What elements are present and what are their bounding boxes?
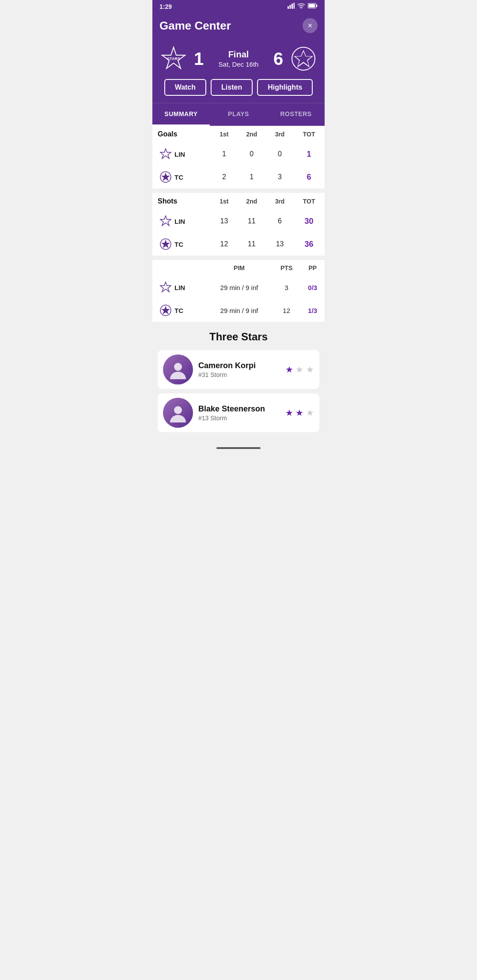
player-avatar-1 <box>163 354 193 384</box>
goals-lin-3rd: 0 <box>266 143 293 166</box>
pim-table: PIM PTS PP LIN 29 min / 9 inf <box>152 260 325 322</box>
goals-col-tot: TOT <box>293 126 325 143</box>
shots-section: Shots 1st 2nd 3rd TOT LIN <box>152 193 325 256</box>
bottom-nav <box>152 442 325 458</box>
star-1: ★ <box>285 408 293 418</box>
pts-tc-value: 12 <box>273 299 301 322</box>
svg-rect-3 <box>294 3 295 9</box>
wifi-icon <box>297 3 305 10</box>
goals-tc-1st: 2 <box>211 166 237 188</box>
goals-section: Goals 1st 2nd 3rd TOT LIN <box>152 126 325 188</box>
away-team-score: 6 <box>267 49 289 69</box>
status-icons <box>288 3 318 10</box>
player-info-2: Blake Steenerson #13 Storm <box>198 404 280 422</box>
status-bar: 1:29 <box>152 0 325 13</box>
pim-header: PIM <box>206 260 272 276</box>
svg-marker-18 <box>161 240 170 248</box>
shots-col-tot: TOT <box>293 193 325 210</box>
goals-lin-team: LIN <box>152 143 211 166</box>
goals-lin-2nd: 0 <box>237 143 266 166</box>
shots-col-2nd: 2nd <box>237 193 266 210</box>
pim-team-col <box>152 260 206 276</box>
shots-tc-2nd: 11 <box>237 233 266 256</box>
pim-section: PIM PTS PP LIN 29 min / 9 inf <box>152 260 325 322</box>
shots-lin-2nd: 11 <box>237 210 266 233</box>
player-details-2: #13 Storm <box>198 415 280 422</box>
shots-col-3rd: 3rd <box>266 193 293 210</box>
battery-icon <box>308 3 318 10</box>
svg-marker-13 <box>160 149 171 158</box>
goals-col-2nd: 2nd <box>237 126 266 143</box>
pim-tc-team: TC <box>152 299 206 322</box>
star-rating-2: ★ ★ ★ <box>285 407 314 418</box>
pp-header: PP <box>301 260 325 276</box>
goals-header: Goals <box>152 126 211 143</box>
goals-lin-tot: 1 <box>293 143 325 166</box>
goals-col-3rd: 3rd <box>266 126 293 143</box>
game-info: Final Sat, Dec 16th <box>210 49 267 68</box>
score-row: STARS 1 Final Sat, Dec 16th 6 <box>159 45 318 73</box>
star-2: ★ <box>295 408 303 418</box>
shots-header: Shots <box>152 193 211 210</box>
home-team-score: 1 <box>188 49 210 69</box>
shots-lin-3rd: 6 <box>266 210 293 233</box>
away-team-logo <box>289 45 318 73</box>
svg-marker-16 <box>160 216 171 226</box>
table-row: TC 2 1 3 6 <box>152 166 325 188</box>
status-time: 1:29 <box>159 3 172 10</box>
listen-button[interactable]: Listen <box>211 79 253 96</box>
player-info-1: Cameron Korpi #31 Storm <box>198 361 280 378</box>
svg-rect-0 <box>288 6 289 9</box>
svg-rect-6 <box>316 5 318 7</box>
svg-marker-19 <box>160 282 171 292</box>
home-indicator <box>216 447 261 449</box>
tab-summary[interactable]: SUMMARY <box>152 103 210 126</box>
goals-table: Goals 1st 2nd 3rd TOT LIN <box>152 126 325 188</box>
signal-icon <box>288 3 295 10</box>
close-button[interactable]: × <box>303 18 318 33</box>
watch-button[interactable]: Watch <box>164 79 206 96</box>
shots-col-1st: 1st <box>211 193 237 210</box>
player-name-1: Cameron Korpi <box>198 361 280 370</box>
player-details-1: #31 Storm <box>198 371 280 378</box>
table-row: LIN 29 min / 9 inf 3 0/3 <box>152 276 325 299</box>
tab-bar: SUMMARY PLAYS ROSTERS <box>152 103 325 126</box>
pim-lin-value: 29 min / 9 inf <box>206 276 272 299</box>
game-date: Sat, Dec 16th <box>210 60 267 68</box>
goals-tc-3rd: 3 <box>266 166 293 188</box>
home-team-logo: STARS <box>159 45 188 73</box>
shots-tc-3rd: 13 <box>266 233 293 256</box>
shots-table: Shots 1st 2nd 3rd TOT LIN <box>152 193 325 256</box>
star-3: ★ <box>306 365 314 374</box>
tab-plays[interactable]: PLAYS <box>210 103 267 126</box>
shots-tc-1st: 12 <box>211 233 237 256</box>
star-card-2[interactable]: Blake Steenerson #13 Storm ★ ★ ★ <box>158 393 319 432</box>
goals-lin-1st: 1 <box>211 143 237 166</box>
svg-point-4 <box>301 8 302 9</box>
goals-tc-tot: 6 <box>293 166 325 188</box>
star-card-1[interactable]: Cameron Korpi #31 Storm ★ ★ ★ <box>158 350 319 389</box>
svg-rect-1 <box>290 5 291 9</box>
pts-lin-value: 3 <box>273 276 301 299</box>
svg-point-22 <box>174 363 182 371</box>
svg-rect-7 <box>309 4 315 8</box>
table-row: LIN 1 0 0 1 <box>152 143 325 166</box>
section-divider-2 <box>152 256 325 260</box>
star-3: ★ <box>306 408 314 418</box>
shots-tc-team: TC <box>152 233 211 256</box>
player-name-2: Blake Steenerson <box>198 404 280 414</box>
svg-point-23 <box>174 406 182 414</box>
close-icon: × <box>308 21 313 30</box>
svg-rect-2 <box>292 4 293 9</box>
goals-tc-2nd: 1 <box>237 166 266 188</box>
header: Game Center × <box>152 13 325 40</box>
tab-rosters[interactable]: ROSTERS <box>267 103 325 126</box>
svg-marker-21 <box>161 306 170 314</box>
highlights-button[interactable]: Highlights <box>257 79 313 96</box>
star-2: ★ <box>295 365 303 374</box>
three-stars-section: Three Stars Cameron Korpi #31 Storm ★ ★ … <box>152 322 325 442</box>
pp-lin-value: 0/3 <box>301 276 325 299</box>
goals-col-1st: 1st <box>211 126 237 143</box>
page-title: Game Center <box>159 19 231 33</box>
score-section: STARS 1 Final Sat, Dec 16th 6 Watch List… <box>152 40 325 103</box>
